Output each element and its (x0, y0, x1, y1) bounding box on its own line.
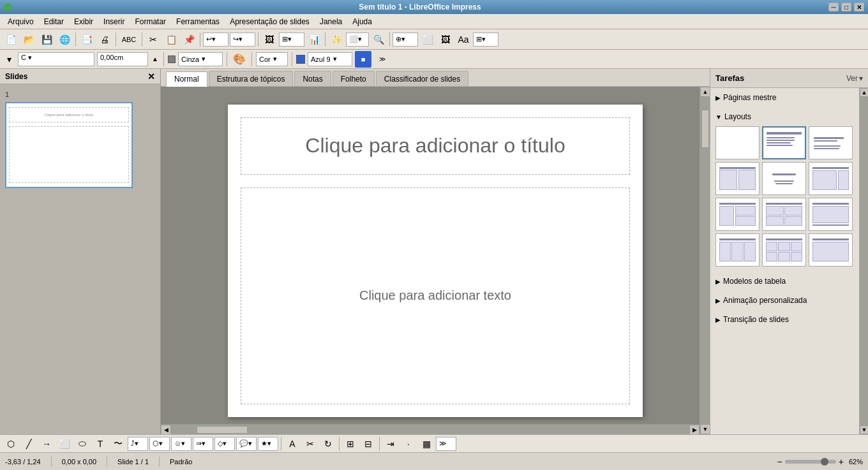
slide-canvas[interactable]: Clique para adicionar o título Clique pa… (228, 105, 643, 417)
gallery-button[interactable]: 🖼 (437, 31, 454, 48)
scroll-right-button[interactable]: ▶ (689, 425, 700, 434)
tab-order-button[interactable]: ⇥ (382, 436, 399, 452)
more-controls-dropdown[interactable]: ⊞▾ (473, 33, 498, 47)
slides-content[interactable]: 1 Clique para adicionar o título (0, 84, 160, 434)
sidebar-toggle-button[interactable]: ⬜ (419, 31, 436, 48)
scroll-h-thumb[interactable] (197, 426, 248, 434)
color1-dropdown[interactable]: Cinza▾ (178, 52, 223, 66)
tab-handout[interactable]: Folheto (333, 71, 375, 86)
paste-button[interactable]: 📌 (181, 31, 197, 48)
tab-normal[interactable]: Normal (166, 71, 207, 87)
text-tool-button[interactable]: T (92, 436, 108, 452)
scroll-v-thumb[interactable] (701, 110, 709, 148)
style-button[interactable]: ▾ (3, 51, 15, 68)
cut-button[interactable]: ✂ (145, 31, 161, 48)
connectors-dropdown[interactable]: ⤴▾ (128, 437, 148, 451)
slides-close-button[interactable]: ✕ (147, 71, 155, 82)
tasks-ver-button[interactable]: Ver ▾ (846, 74, 863, 83)
close-button[interactable]: ✕ (854, 3, 864, 11)
layout-blank[interactable] (715, 126, 760, 159)
layout-title-only[interactable] (809, 126, 853, 159)
color-type-dropdown[interactable]: Cor▾ (256, 52, 288, 66)
open-button[interactable]: 📂 (20, 31, 37, 48)
arrow-line-button[interactable]: → (38, 436, 55, 452)
zoom-slider[interactable] (785, 460, 836, 464)
find-button[interactable]: 🔍 (370, 31, 387, 48)
styles-button[interactable]: Aa (455, 31, 472, 48)
scroll-left-button[interactable]: ◀ (161, 425, 171, 434)
vertical-scrollbar[interactable]: ▲ ▼ (700, 87, 710, 434)
callouts-dropdown[interactable]: 💬▾ (236, 437, 257, 451)
menu-arquivo[interactable]: Arquivo (3, 16, 39, 27)
overflow-btn[interactable]: ≫ (374, 51, 391, 68)
menu-inserir[interactable]: Inserir (98, 16, 130, 27)
icon-btn-1[interactable]: 🎨 (231, 51, 248, 68)
rotate-button[interactable]: ↻ (320, 436, 336, 452)
title-placeholder[interactable]: Clique para adicionar o título (241, 117, 630, 175)
slide-thumbnail[interactable]: Clique para adicionar o título (5, 102, 133, 188)
insert-chart-button[interactable]: 📊 (306, 31, 322, 48)
tasks-scroll-up[interactable]: ▲ (860, 88, 868, 97)
scroll-up-button[interactable]: ▲ (700, 87, 710, 97)
shapes-dropdown[interactable]: ⬜▾ (346, 33, 369, 47)
menu-apresentacao[interactable]: Apresentação de slides (225, 16, 315, 27)
menu-formatar[interactable]: Formatar (130, 16, 171, 27)
insert-image-button[interactable]: 🖼 (261, 31, 278, 48)
menu-ferramentas[interactable]: Ferramentas (171, 16, 225, 27)
menu-exibir[interactable]: Exibir (69, 16, 98, 27)
curves-button[interactable]: 〜 (110, 436, 126, 452)
menu-editar[interactable]: Editar (39, 16, 69, 27)
group-button[interactable]: ⊞ (342, 436, 359, 452)
layout-9[interactable] (809, 198, 853, 231)
ellipse-button[interactable]: ⬭ (74, 436, 91, 452)
zoom-in-button[interactable]: + (839, 457, 844, 467)
table-models-header[interactable]: ▶ Modelos de tabela (715, 274, 853, 288)
horizontal-scrollbar[interactable]: ◀ ▶ (161, 424, 700, 434)
zoom-thumb[interactable] (821, 458, 828, 466)
star-shapes-button[interactable]: ✨ (328, 31, 345, 48)
layout-8[interactable] (762, 198, 806, 231)
layouts-header[interactable]: ▼ Layouts (715, 110, 853, 124)
layout-centered-text[interactable] (762, 162, 806, 195)
points-button[interactable]: · (400, 436, 417, 452)
new-button[interactable]: 📄 (3, 31, 19, 48)
layout-title-content[interactable] (762, 126, 806, 159)
maximize-button[interactable]: □ (841, 3, 851, 11)
content-placeholder[interactable]: Clique para adicionar texto (241, 187, 630, 404)
shadow-button[interactable]: ▦ (418, 436, 435, 452)
more-draw-dropdown[interactable]: ≫ (436, 437, 456, 451)
tasks-scroll-down[interactable]: ▼ (860, 425, 868, 434)
layout-title-two-content[interactable] (809, 162, 853, 195)
scroll-h-track[interactable] (171, 425, 689, 434)
pdf-button[interactable]: 📑 (79, 31, 95, 48)
master-pages-header[interactable]: ▶ Páginas mestre (715, 91, 853, 105)
flowchart-dropdown[interactable]: ◇▾ (214, 437, 235, 451)
undo-dropdown[interactable]: ↩▾ (203, 33, 228, 47)
navigator-dropdown[interactable]: ⊕▾ (393, 33, 418, 47)
basic-shapes-dropdown[interactable]: ⬡▾ (149, 437, 170, 451)
layout-two-content[interactable] (715, 162, 760, 195)
layout-11[interactable] (762, 233, 806, 267)
custom-animation-header[interactable]: ▶ Animação personalizada (715, 293, 853, 307)
layout-10[interactable] (715, 233, 760, 267)
slide-transition-header[interactable]: ▶ Transição de slides (715, 312, 853, 327)
scroll-down-button[interactable]: ▼ (700, 424, 710, 434)
zoom-out-button[interactable]: − (777, 457, 782, 467)
save-button[interactable]: 💾 (38, 31, 55, 48)
menu-ajuda[interactable]: Ajuda (347, 16, 377, 27)
size-input[interactable]: 0,00cm (97, 52, 148, 66)
copy-button[interactable]: 📋 (163, 31, 179, 48)
tab-outline[interactable]: Estrutura de tópicos (209, 71, 294, 86)
color2-btn[interactable]: ■ (355, 51, 371, 68)
size-up-button[interactable]: ▲ (151, 51, 160, 68)
stars-dropdown[interactable]: ★▾ (258, 437, 278, 451)
tasks-scrollbar[interactable]: ▲ ▼ (859, 88, 868, 434)
tab-notes[interactable]: Notas (294, 71, 331, 86)
fontwork-button[interactable]: A (284, 436, 301, 452)
ungroup-button[interactable]: ⊟ (360, 436, 377, 452)
print-button[interactable]: 🖨 (96, 31, 113, 48)
layout-7[interactable] (715, 198, 760, 231)
rectangle-button[interactable]: ⬜ (56, 436, 73, 452)
tab-slide-sorter[interactable]: Classificador de slides (376, 71, 468, 86)
scroll-v-track[interactable] (700, 97, 710, 424)
